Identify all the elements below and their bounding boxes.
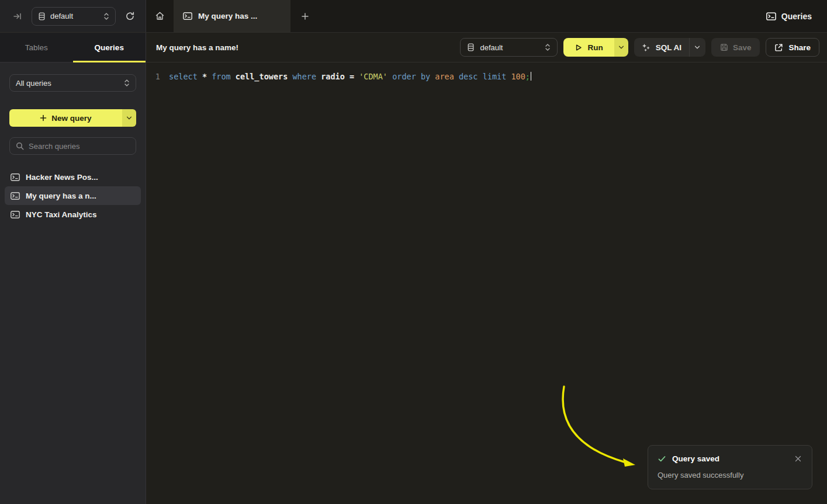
search-queries-input[interactable] bbox=[29, 142, 132, 151]
new-query-label: New query bbox=[51, 114, 91, 123]
toast-query-saved: Query saved Query saved successfully bbox=[648, 445, 812, 489]
query-list: Hacker News Pos...My query has a n...NYC… bbox=[5, 168, 141, 224]
run-label: Run bbox=[587, 43, 603, 52]
query-filter-value: All queries bbox=[16, 79, 124, 88]
plus-icon bbox=[301, 12, 309, 20]
database-selector-value: default bbox=[50, 12, 99, 20]
line-number: 1 bbox=[146, 70, 160, 83]
sql-ai-label: SQL AI bbox=[656, 43, 681, 52]
toast-close-button[interactable] bbox=[794, 454, 802, 463]
share-label: Share bbox=[788, 43, 811, 52]
refresh-icon bbox=[125, 11, 135, 21]
select-updown-icon bbox=[545, 43, 551, 51]
terminal-icon bbox=[11, 173, 20, 181]
sql-editor[interactable]: 1 select * from cell_towers where radio … bbox=[146, 63, 827, 504]
chevron-down-icon bbox=[126, 116, 132, 120]
tab-tables[interactable]: Tables bbox=[0, 33, 73, 62]
query-filter-dropdown[interactable]: All queries bbox=[9, 74, 136, 92]
share-button[interactable]: Share bbox=[766, 38, 819, 57]
query-list-item-label: Hacker News Pos... bbox=[26, 173, 98, 182]
query-list-item-label: My query has a n... bbox=[26, 192, 96, 200]
database-icon bbox=[38, 12, 46, 20]
play-icon bbox=[575, 44, 582, 51]
query-search-box bbox=[9, 137, 136, 155]
new-query-button[interactable]: New query bbox=[9, 109, 122, 127]
new-tab-button[interactable] bbox=[290, 0, 320, 32]
run-split-button: Run bbox=[563, 38, 628, 57]
sql-ai-split-button: SQL AI bbox=[634, 38, 705, 57]
close-icon bbox=[795, 456, 801, 462]
select-updown-icon bbox=[124, 79, 130, 87]
tab-tables-label: Tables bbox=[25, 43, 48, 52]
sidebar-body: All queries New query bbox=[0, 62, 146, 224]
tab-queries-label: Queries bbox=[95, 43, 124, 52]
check-icon bbox=[658, 454, 666, 463]
search-icon bbox=[16, 142, 24, 150]
terminal-icon bbox=[11, 192, 20, 200]
query-header: My query has a name! default Run bbox=[146, 33, 827, 62]
chevron-down-icon bbox=[694, 46, 700, 49]
refresh-button[interactable] bbox=[123, 9, 137, 23]
sql-ai-button[interactable]: SQL AI bbox=[634, 38, 689, 57]
terminal-icon bbox=[766, 12, 776, 20]
save-label: Save bbox=[733, 43, 752, 52]
tab-strip: My query has ... Queries bbox=[146, 0, 827, 32]
terminal-icon bbox=[183, 12, 192, 20]
save-button[interactable]: Save bbox=[711, 38, 760, 57]
sql-ai-options-button[interactable] bbox=[689, 38, 705, 57]
database-icon bbox=[467, 43, 475, 51]
query-list-item[interactable]: Hacker News Pos... bbox=[5, 168, 141, 186]
run-button[interactable]: Run bbox=[563, 38, 614, 57]
query-list-item[interactable]: My query has a n... bbox=[5, 186, 141, 205]
queries-menu-label: Queries bbox=[781, 12, 812, 21]
tab-queries[interactable]: Queries bbox=[73, 33, 146, 62]
select-updown-icon bbox=[103, 12, 109, 20]
database-selector-value: default bbox=[480, 43, 539, 52]
terminal-icon bbox=[11, 211, 20, 218]
sidebar: Tables Queries All queries New query bbox=[0, 33, 146, 504]
new-query-split-button: New query bbox=[9, 109, 136, 127]
text-cursor bbox=[531, 72, 532, 81]
collapse-sidebar-button[interactable] bbox=[11, 9, 25, 23]
database-selector-topbar[interactable]: default bbox=[32, 7, 116, 26]
toast-title: Query saved bbox=[672, 454, 719, 463]
home-icon bbox=[155, 11, 165, 21]
editor-line: 1 select * from cell_towers where radio … bbox=[146, 63, 827, 83]
collapse-sidebar-icon bbox=[13, 12, 22, 21]
sidebar-tabs: Tables Queries bbox=[0, 33, 146, 62]
query-toolbar: default Run SQL A bbox=[460, 38, 819, 57]
sparkles-icon bbox=[642, 43, 650, 52]
query-list-item-label: NYC Taxi Analytics bbox=[26, 210, 97, 219]
tab-label: My query has ... bbox=[198, 12, 257, 20]
save-icon bbox=[720, 43, 728, 51]
chevron-down-icon bbox=[618, 46, 624, 49]
run-options-button[interactable] bbox=[614, 38, 628, 57]
toast-header: Query saved bbox=[658, 454, 802, 463]
query-title: My query has a name! bbox=[156, 43, 238, 52]
top-bar-left: default bbox=[0, 0, 146, 32]
queries-menu-button[interactable]: Queries bbox=[766, 0, 812, 32]
plus-icon bbox=[40, 114, 47, 121]
toast-message: Query saved successfully bbox=[658, 471, 802, 479]
top-bar: default My query has ... bbox=[0, 0, 827, 33]
tab-home[interactable] bbox=[146, 0, 174, 32]
database-selector-toolbar[interactable]: default bbox=[460, 38, 558, 57]
new-query-dropdown-button[interactable] bbox=[122, 109, 136, 127]
share-icon bbox=[774, 43, 783, 52]
query-list-item[interactable]: NYC Taxi Analytics bbox=[5, 205, 141, 224]
sql-code: select * from cell_towers where radio = … bbox=[169, 70, 531, 83]
tab-my-query[interactable]: My query has ... bbox=[174, 0, 290, 32]
